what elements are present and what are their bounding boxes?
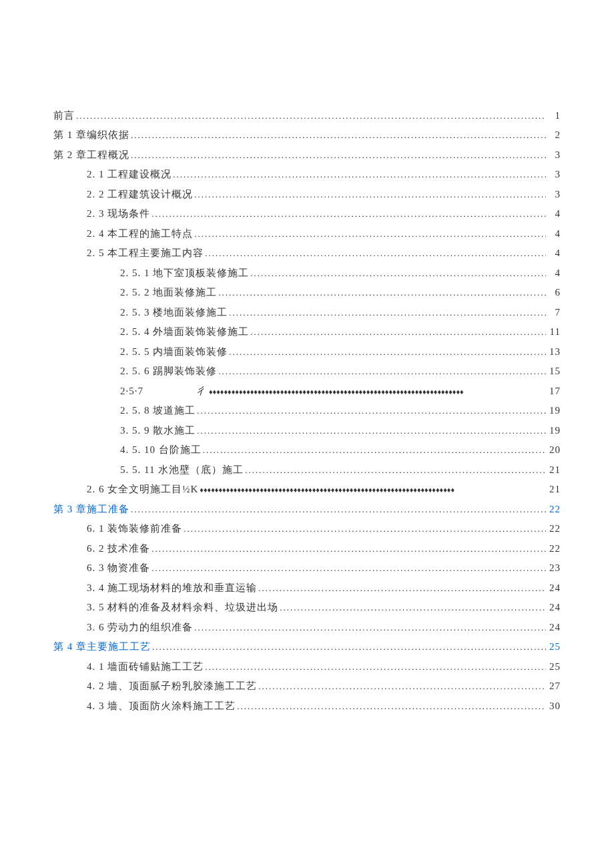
toc-entry: 6. 2 技术准备22 — [53, 540, 561, 556]
toc-entry: 2. 5. 4 外墙面装饰装修施工 11 — [53, 324, 561, 340]
toc-label: 5. 5. 11 水池壁（底）施工 — [120, 462, 244, 478]
toc-page-number: 17 — [546, 383, 561, 399]
toc-label: 6. 3 物资准备 — [87, 560, 150, 576]
toc-entry[interactable]: 第 3 章施工准备 22 — [53, 501, 561, 517]
toc-label: 第 1 章编织依据 — [53, 127, 129, 143]
toc-label: 6. 2 技术准备 — [87, 540, 150, 556]
toc-entry: 3. 5 材料的准备及材料余料、垃圾进出场24 — [53, 599, 561, 615]
toc-entry: 2. 3 现场条件4 — [53, 205, 561, 222]
toc-page-number: 6 — [546, 284, 561, 300]
toc-entry: 3. 5. 9 散水施工 19 — [53, 422, 561, 438]
toc-entry: 2. 5. 3 楼地面装修施工7 — [53, 304, 561, 320]
toc-page-number: 24 — [546, 580, 561, 596]
toc-label: 4. 1 墙面砖铺贴施工工艺 — [87, 659, 204, 675]
toc-page-number: 27 — [546, 678, 561, 694]
toc-label: 2. 6 女全文明施工目½K — [87, 481, 198, 497]
toc-entry: 2. 5. 1 地下室顶板装修施工4 — [53, 265, 561, 281]
toc-page-number: 3 — [546, 166, 561, 182]
toc-page-number: 4 — [546, 205, 561, 222]
toc-leader — [193, 228, 546, 242]
toc-label: 2. 5. 3 楼地面装修施工 — [120, 304, 228, 320]
table-of-contents: 前言1第 1 章编织依据2第 2 章工程概况32. 1 工程建设概况32. 2 … — [53, 107, 561, 714]
toc-page-number: 22 — [546, 501, 561, 517]
toc-entry: 第 2 章工程概况3 — [53, 147, 561, 163]
toc-label: 2. 1 工程建设概况 — [87, 166, 172, 182]
toc-page-number: 22 — [546, 520, 561, 536]
toc-label: 2. 5. 8 坡道施工 — [120, 402, 196, 418]
toc-leader — [198, 483, 546, 497]
toc-page-number: 4 — [546, 245, 561, 261]
toc-leader — [249, 267, 546, 281]
toc-label: 3. 4 施工现场材料的堆放和垂直运输 — [87, 580, 257, 596]
toc-leader — [228, 346, 546, 360]
toc-label: 2. 5. 4 外墙面装饰装修施工 — [120, 324, 249, 340]
toc-entry: 2. 5. 8 坡道施工 19 — [53, 402, 561, 418]
toc-leader — [75, 109, 546, 123]
toc-leader — [182, 522, 546, 536]
toc-label: 2. 5. 1 地下室顶板装修施工 — [120, 265, 249, 281]
toc-entry: 3. 6 劳动力的组织准备24 — [53, 619, 561, 635]
toc-leader — [217, 286, 546, 300]
toc-leader — [196, 424, 546, 438]
toc-page-number: 25 — [546, 659, 561, 675]
toc-leader — [129, 149, 546, 163]
toc-page-number: 15 — [546, 363, 561, 379]
toc-page-number: 22 — [546, 540, 561, 556]
toc-page-number: 30 — [546, 698, 561, 714]
toc-page-number: 23 — [546, 560, 561, 576]
toc-label: 3. 5 材料的准备及材料余料、垃圾进出场 — [87, 599, 278, 615]
toc-entry: 3. 4 施工现场材料的堆放和垂直运输24 — [53, 580, 561, 596]
toc-page-number: 4 — [546, 226, 561, 242]
toc-leader — [193, 188, 546, 202]
toc-label: 3. 5. 9 散水施工 — [120, 422, 196, 438]
toc-page-number: 3 — [546, 186, 561, 202]
toc-leader — [150, 562, 546, 576]
toc-entry: 6. 1 装饰装修前准备22 — [53, 520, 561, 536]
toc-leader — [151, 640, 546, 655]
toc-leader — [193, 621, 546, 635]
toc-label: 第 4 章主要施工工艺 — [53, 638, 151, 655]
toc-leader — [244, 464, 546, 478]
toc-page-number: 21 — [546, 462, 561, 478]
toc-entry: 2. 4 本工程的施工特点4 — [53, 226, 561, 242]
toc-label: 2. 5 本工程主要施工内容 — [87, 245, 204, 261]
toc-entry: 4. 2 墙、顶面腻子粉乳胶漆施工工艺27 — [53, 678, 561, 694]
toc-entry: 2. 5. 5 内墙面装饰装修 13 — [53, 344, 561, 360]
toc-page-number: 20 — [546, 442, 561, 458]
toc-leader — [204, 661, 546, 675]
toc-leader — [228, 306, 546, 320]
toc-label: 2. 5. 5 内墙面装饰装修 — [120, 344, 228, 360]
toc-page-number: 7 — [546, 304, 561, 320]
toc-leader — [150, 207, 546, 222]
toc-leader — [196, 404, 546, 418]
toc-leader — [217, 365, 546, 379]
toc-page-number: 24 — [546, 599, 561, 615]
toc-label: 6. 1 装饰装修前准备 — [87, 520, 182, 536]
toc-label: 2·5·7彳 — [120, 383, 208, 399]
toc-entry: 4. 3 墙、顶面防火涂料施工工艺30 — [53, 698, 561, 714]
toc-label: 2. 3 现场条件 — [87, 205, 150, 222]
toc-label: 第 3 章施工准备 — [53, 501, 129, 517]
toc-label: 2. 4 本工程的施工特点 — [87, 226, 193, 242]
toc-label: 4. 2 墙、顶面腻子粉乳胶漆施工工艺 — [87, 678, 257, 694]
toc-leader — [236, 700, 546, 714]
toc-entry: 2. 2 工程建筑设计概况3 — [53, 186, 561, 202]
toc-label: 4. 3 墙、顶面防火涂料施工工艺 — [87, 698, 236, 714]
toc-entry: 前言1 — [53, 107, 561, 123]
toc-label: 前言 — [53, 107, 75, 123]
toc-label: 2. 2 工程建筑设计概况 — [87, 186, 193, 202]
toc-label: 3. 6 劳动力的组织准备 — [87, 619, 193, 635]
toc-entry: 2·5·7彳 17 — [53, 383, 561, 399]
toc-leader — [150, 542, 546, 556]
toc-entry: 第 1 章编织依据2 — [53, 127, 561, 143]
toc-leader — [208, 385, 546, 399]
toc-label: 2. 5. 6 踢脚装饰装修 — [120, 363, 217, 379]
toc-page-number: 21 — [546, 481, 561, 497]
toc-page-number: 11 — [546, 324, 561, 340]
toc-entry: 2. 5. 2 地面装修施工6 — [53, 284, 561, 300]
toc-page-number: 1 — [546, 107, 561, 123]
toc-leader — [257, 582, 546, 596]
toc-entry[interactable]: 第 4 章主要施工工艺 25 — [53, 638, 561, 655]
toc-entry: 2. 5 本工程主要施工内容4 — [53, 245, 561, 261]
toc-leader — [249, 326, 546, 340]
